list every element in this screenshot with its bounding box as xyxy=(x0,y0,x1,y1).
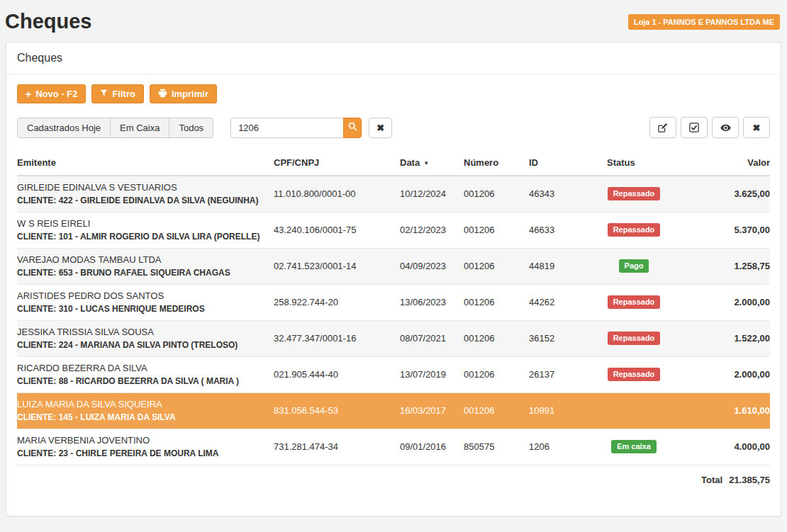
table-row[interactable]: GIRLEIDE EDINALVA S VESTUARIOS CLIENTE: … xyxy=(17,176,770,213)
action-icon-buttons: ✖ xyxy=(649,117,770,138)
filter-tab-cadastrados-hoje[interactable]: Cadastrados Hoje xyxy=(17,118,111,138)
total-row: Total 21.385,75 xyxy=(17,465,770,488)
header-data-label: Data xyxy=(400,157,420,168)
cliente-name: CLIENTE: 88 - RICARDO BEZERRA DA SILVA (… xyxy=(17,376,268,386)
emitente-name: W S REIS EIRELI xyxy=(17,218,268,229)
numero-cell: 001206 xyxy=(464,357,529,393)
valor-cell: 4.000,00 xyxy=(661,429,770,465)
emitente-cell: VAREJAO MODAS TAMBAU LTDA CLIENTE: 653 -… xyxy=(17,249,274,285)
data-cell: 08/07/2021 xyxy=(400,321,464,357)
status-badge: Repassado xyxy=(608,295,661,309)
emitente-name: ARISTIDES PEDRO DOS SANTOS xyxy=(17,290,268,301)
toolbar: + Novo - F2 Filtro Imprimir xyxy=(17,84,770,103)
id-cell: 44819 xyxy=(529,249,607,285)
filter-tab-todos[interactable]: Todos xyxy=(169,118,213,138)
table-row[interactable]: W S REIS EIRELI CLIENTE: 101 - ALMIR ROG… xyxy=(17,213,770,249)
header-status[interactable]: Status xyxy=(607,151,661,176)
numero-cell: 001206 xyxy=(464,393,529,429)
id-cell: 36152 xyxy=(529,321,607,357)
close-button[interactable]: ✖ xyxy=(743,117,770,138)
status-cell: Repassado xyxy=(607,176,661,213)
status-cell: Repassado xyxy=(607,357,661,393)
cliente-name: CLIENTE: 145 - LUIZA MARIA DA SILVA xyxy=(17,412,268,422)
cpf-cnpj-cell: 731.281.474-34 xyxy=(274,429,400,465)
search-input[interactable] xyxy=(230,118,344,138)
emitente-cell: MARIA VERBENIA JOVENTINO CLIENTE: 23 - C… xyxy=(17,429,274,465)
cpf-cnpj-cell: 02.741.523/0001-14 xyxy=(274,249,400,285)
cpf-cnpj-cell: 258.922.744-20 xyxy=(274,285,400,321)
status-cell: Em caixa xyxy=(607,429,661,465)
emitente-name: LUIZA MARIA DA SILVA SIQUEIRA xyxy=(17,399,268,409)
table-row[interactable]: RICARDO BEZERRA DA SILVA CLIENTE: 88 - R… xyxy=(17,357,770,393)
table-row[interactable]: MARIA VERBENIA JOVENTINO CLIENTE: 23 - C… xyxy=(17,429,770,465)
cpf-cnpj-cell: 11.010.800/0001-00 xyxy=(274,176,400,213)
data-cell: 02/12/2023 xyxy=(400,213,464,249)
new-button-label: Novo - F2 xyxy=(35,89,77,98)
header-valor[interactable]: Valor xyxy=(661,151,770,176)
emitente-cell: W S REIS EIRELI CLIENTE: 101 - ALMIR ROG… xyxy=(17,213,274,249)
filter-button[interactable]: Filtro xyxy=(91,84,144,103)
new-button[interactable]: + Novo - F2 xyxy=(17,84,86,103)
status-cell: Repassado xyxy=(607,285,661,321)
pencil-square-icon xyxy=(658,123,668,132)
id-cell: 26137 xyxy=(529,357,607,393)
edit-button[interactable] xyxy=(649,117,676,138)
table-row[interactable]: ARISTIDES PEDRO DOS SANTOS CLIENTE: 310 … xyxy=(17,285,770,321)
valor-cell: 5.370,00 xyxy=(661,213,770,249)
cliente-name: CLIENTE: 310 - LUCAS HENRIQUE MEDEIROS xyxy=(17,304,268,314)
numero-cell: 001206 xyxy=(464,321,529,357)
header-numero[interactable]: Número xyxy=(464,151,529,176)
print-button[interactable]: Imprimir xyxy=(150,84,217,103)
data-cell: 13/06/2023 xyxy=(400,285,464,321)
status-cell: Repassado xyxy=(607,213,661,249)
search-button[interactable] xyxy=(343,118,362,138)
header-cpf-cnpj[interactable]: CPF/CNPJ xyxy=(274,151,400,176)
status-badge: Em caixa xyxy=(611,440,657,453)
cpf-cnpj-cell: 32.477.347/0001-16 xyxy=(274,321,400,357)
cheques-table-body: GIRLEIDE EDINALVA S VESTUARIOS CLIENTE: … xyxy=(17,176,770,465)
cheques-table: Emitente CPF/CNPJ Data▼ Número ID Status… xyxy=(17,151,770,488)
store-badge[interactable]: Loja 1 - PANNOS E PANNOS LTDA ME xyxy=(628,14,780,30)
emitente-name: MARIA VERBENIA JOVENTINO xyxy=(17,435,268,446)
page-header: Cheques Loja 1 - PANNOS E PANNOS LTDA ME xyxy=(0,0,787,42)
total-label: Total xyxy=(701,475,722,485)
data-cell: 04/09/2023 xyxy=(400,249,464,285)
emitente-name: GIRLEIDE EDINALVA S VESTUARIOS xyxy=(17,182,268,193)
plus-icon: + xyxy=(26,89,31,99)
status-badge: Repassado xyxy=(608,332,661,345)
x-icon: ✖ xyxy=(376,123,384,133)
clear-search-button[interactable]: ✖ xyxy=(369,118,392,138)
numero-cell: 001206 xyxy=(464,285,529,321)
header-data[interactable]: Data▼ xyxy=(400,151,464,176)
select-button[interactable] xyxy=(681,117,708,138)
table-row[interactable]: JESSIKA TRISSIA SILVA SOUSA CLIENTE: 224… xyxy=(17,321,770,357)
status-badge: Pago xyxy=(619,259,649,273)
emitente-cell: ARISTIDES PEDRO DOS SANTOS CLIENTE: 310 … xyxy=(17,285,274,321)
emitente-name: JESSIKA TRISSIA SILVA SOUSA xyxy=(17,327,268,337)
table-row[interactable]: VAREJAO MODAS TAMBAU LTDA CLIENTE: 653 -… xyxy=(17,249,770,285)
table-row[interactable]: LUIZA MARIA DA SILVA SIQUEIRA CLIENTE: 1… xyxy=(17,393,770,429)
filter-tab-em-caixa[interactable]: Em Caixa xyxy=(110,118,169,138)
numero-cell: 001206 xyxy=(464,249,529,285)
header-emitente[interactable]: Emitente xyxy=(17,151,274,176)
print-button-label: Imprimir xyxy=(172,89,208,98)
header-id[interactable]: ID xyxy=(529,151,607,176)
cliente-name: CLIENTE: 422 - GIRLEIDE EDINALVA DA SILV… xyxy=(17,196,268,205)
data-cell: 13/07/2019 xyxy=(400,357,464,393)
panel-title: Cheques xyxy=(6,43,781,74)
cliente-name: CLIENTE: 23 - CHIRLE PEREIRA DE MOURA LI… xyxy=(17,448,268,458)
x-icon: ✖ xyxy=(753,123,761,133)
status-badge: Repassado xyxy=(608,187,661,200)
data-cell: 10/12/2024 xyxy=(400,176,464,213)
cliente-name: CLIENTE: 224 - MARIANA DA SILVA PINTO (T… xyxy=(17,340,268,350)
cpf-cnpj-cell: 43.240.106/0001-75 xyxy=(274,213,400,249)
id-cell: 46633 xyxy=(529,213,607,249)
numero-cell: 001206 xyxy=(464,176,529,213)
emitente-cell: LUIZA MARIA DA SILVA SIQUEIRA CLIENTE: 1… xyxy=(17,393,274,429)
valor-cell: 3.625,00 xyxy=(661,176,770,213)
emitente-name: VAREJAO MODAS TAMBAU LTDA xyxy=(17,254,268,265)
filter-button-label: Filtro xyxy=(112,89,135,98)
id-cell: 10991 xyxy=(529,393,607,429)
view-button[interactable] xyxy=(712,117,739,138)
valor-cell: 1.610,00 xyxy=(661,393,770,429)
